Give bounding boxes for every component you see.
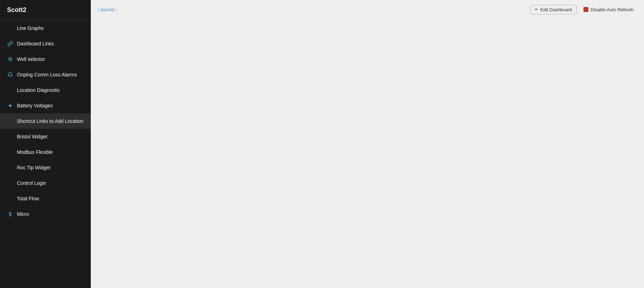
svg-marker-1 [8, 104, 12, 108]
topbar: /.dashId / ✏ Edit Dashboard Disable Auto… [91, 0, 644, 19]
edit-dashboard-label: Edit Dashboard [540, 7, 572, 12]
topbar-actions: ✏ Edit Dashboard Disable Auto Refresh [530, 5, 637, 14]
bell-icon [7, 72, 13, 77]
micro-icon [7, 211, 13, 217]
sidebar-item-battery-voltages[interactable]: Battery Voltages [0, 98, 91, 113]
sidebar: Scott2 Line Graphs Dashboard Links Well … [0, 0, 91, 288]
main-content: /.dashId / ✏ Edit Dashboard Disable Auto… [91, 0, 644, 288]
link-icon [7, 41, 13, 46]
sidebar-item-control-logix[interactable]: Control Logix [0, 175, 91, 191]
sidebar-item-label: Bristol Widget [17, 134, 47, 139]
sidebar-item-location-diagnostic[interactable]: Location Diagnostic [0, 82, 91, 98]
breadcrumb-link[interactable]: /.dashId [98, 7, 114, 12]
sidebar-item-label: Onping Comm Loss Alarms [17, 72, 77, 77]
sidebar-item-label: Control Logix [17, 180, 46, 186]
sidebar-item-label: Micro [17, 211, 29, 217]
sidebar-item-total-flow[interactable]: Total Flow [0, 191, 91, 206]
sidebar-item-label: Total Flow [17, 196, 39, 201]
breadcrumb-separator: / [115, 7, 117, 12]
svg-point-0 [10, 58, 11, 60]
sidebar-item-shortcut-links[interactable]: Shortcut Links to Add Location [0, 113, 91, 129]
sidebar-item-line-graphs[interactable]: Line Graphs [0, 20, 91, 36]
sidebar-item-label: Roc Tip Widget [17, 165, 50, 170]
edit-dashboard-button[interactable]: ✏ Edit Dashboard [530, 5, 576, 14]
sidebar-item-label: Modbus Flexible [17, 149, 53, 155]
refresh-status-indicator [583, 7, 588, 12]
sidebar-item-modbus-flexible[interactable]: Modbus Flexible [0, 144, 91, 160]
breadcrumb: /.dashId / [98, 7, 117, 12]
disable-refresh-label: Disable Auto Refresh [591, 7, 633, 12]
app-title: Scott2 [0, 0, 91, 20]
well-icon [7, 56, 13, 62]
sidebar-item-onping-comm-loss[interactable]: Onping Comm Loss Alarms [0, 67, 91, 82]
sidebar-item-label: Dashboard Links [17, 41, 54, 46]
sidebar-item-dashboard-links[interactable]: Dashboard Links [0, 36, 91, 51]
bolt-icon [7, 103, 13, 108]
sidebar-item-roc-tip-widget[interactable]: Roc Tip Widget [0, 160, 91, 175]
pencil-icon: ✏ [535, 7, 538, 12]
sidebar-item-label: Shortcut Links to Add Location [17, 118, 83, 124]
sidebar-item-well-selector[interactable]: Well selector [0, 51, 91, 67]
sidebar-item-label: Location Diagnostic [17, 87, 60, 93]
sidebar-item-label: Line Graphs [17, 25, 44, 31]
dashboard-area [91, 19, 644, 288]
sidebar-item-bristol-widget[interactable]: Bristol Widget [0, 129, 91, 144]
sidebar-item-label: Battery Voltages [17, 103, 53, 108]
sidebar-item-micro[interactable]: Micro [0, 206, 91, 222]
disable-refresh-button[interactable]: Disable Auto Refresh [580, 5, 637, 14]
sidebar-item-label: Well selector [17, 56, 45, 62]
